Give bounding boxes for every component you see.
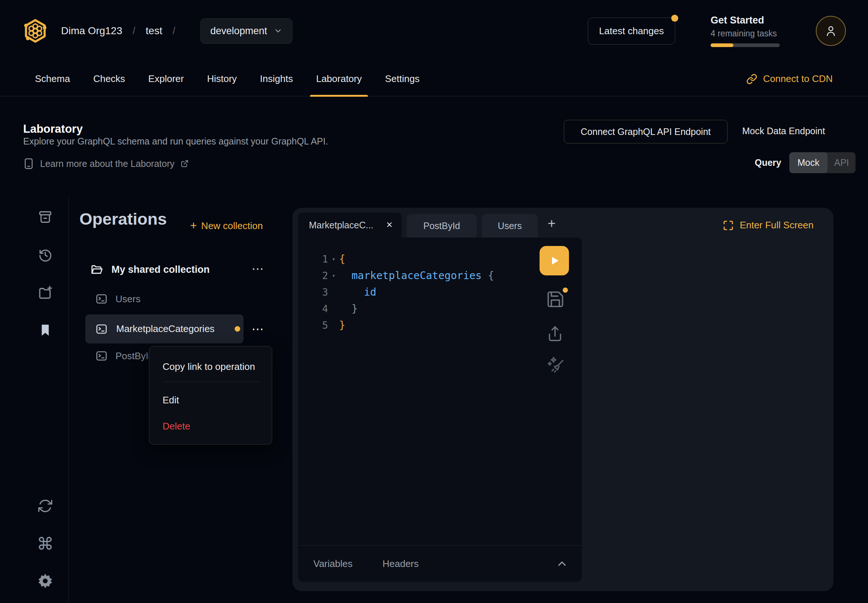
operations-title: Operations [79,210,167,229]
line-number: 5 [303,320,328,331]
code-line: 2 ▾ marketplaceCategories { [303,267,534,284]
prettify-button[interactable] [546,355,566,376]
operation-label: Users [116,294,141,305]
menu-item-delete[interactable]: Delete [162,421,190,432]
code-line: 4 } [303,300,534,317]
mock-data-endpoint-link[interactable]: Mock Data Endpoint [742,126,825,136]
collections-rail-button[interactable] [37,209,53,226]
query-code: 1 ▾ { 2 ▾ marketplaceCategories { 3 id 4 [303,251,534,334]
line-number: 1 [303,254,328,265]
hive-logo-icon[interactable] [22,17,48,45]
tab-schema[interactable]: Schema [35,62,70,96]
archive-box-icon [37,210,53,225]
code-token: } [339,303,358,315]
user-avatar[interactable] [816,16,846,46]
code-token: { [339,253,345,265]
code-token: } [339,319,345,331]
environment-selector-label: development [210,25,268,37]
command-icon: ⌘ [37,535,54,552]
editor-tab-label: Users [498,221,521,231]
settings-rail-button[interactable] [37,573,53,589]
connect-endpoint-button[interactable]: Connect GraphQL API Endpoint [564,120,727,144]
link-icon [746,74,757,85]
latest-changes-button[interactable]: Latest changes [588,18,675,45]
operation-item-users[interactable]: Users [95,292,141,306]
app-screen: Dima Org123 / test / development Latest … [0,0,868,603]
latest-changes-label: Latest changes [599,25,664,36]
history-rail-button[interactable] [37,247,53,263]
tab-checks[interactable]: Checks [93,62,125,96]
tab-insights[interactable]: Insights [260,62,293,96]
line-number: 4 [303,303,328,314]
collapse-panel-button[interactable] [556,557,568,570]
unsaved-changes-dot [235,326,240,332]
operation-label: MarketplaceCategories [116,323,214,335]
folder-open-icon [90,263,103,277]
upload-icon [546,325,564,343]
collection-header[interactable]: My shared collection [90,263,210,277]
add-tab-button[interactable]: + [548,216,556,231]
tab-explorer[interactable]: Explorer [148,62,184,96]
new-folder-rail-button[interactable] [37,284,53,301]
line-number: 3 [303,286,328,298]
close-tab-icon[interactable]: ✕ [386,220,393,230]
fold-icon[interactable]: ▾ [328,255,339,263]
enter-fullscreen-label: Enter Full Screen [740,220,814,231]
book-icon [23,158,34,170]
variables-tab[interactable]: Variables [313,558,352,569]
gear-icon [37,572,54,589]
save-operation-button[interactable] [546,290,565,309]
menu-item-edit[interactable]: Edit [162,394,179,406]
editor-tab-label: PostById [423,221,460,231]
page-description: Explore your GraphQL schema and run quer… [23,136,328,147]
editor-tab-users[interactable]: Users [482,214,538,238]
enter-fullscreen-button[interactable]: Enter Full Screen [723,220,814,231]
query-label: Query [755,158,781,168]
new-collection-label: New collection [201,220,263,232]
toggle-option-api[interactable]: API [828,152,856,173]
code-token: { [482,269,494,281]
breadcrumb-project[interactable]: test [145,25,162,37]
get-started-progress-fill [710,43,733,47]
operation-item-marketplacecategories[interactable]: MarketplaceCategories [85,314,243,343]
external-link-icon [181,159,189,168]
refresh-rail-button[interactable] [37,498,53,514]
main-nav: Schema Checks Explorer History Insights … [0,62,868,96]
connect-to-cdn-link[interactable]: Connect to CDN [746,73,833,85]
run-query-button[interactable] [540,246,569,275]
operation-item-postbyid[interactable]: PostById [95,349,154,363]
query-editor[interactable]: 1 ▾ { 2 ▾ marketplaceCategories { 3 id 4 [298,238,582,582]
query-target-toggle: Mock API [789,152,856,173]
tab-laboratory[interactable]: Laboratory [316,62,362,96]
share-operation-button[interactable] [546,325,564,343]
fullscreen-icon [723,220,734,231]
operation-menu-button[interactable]: ⋯ [252,323,265,335]
notification-dot [671,15,678,22]
code-line: 5 } [303,317,534,334]
refresh-icon [37,498,53,514]
tab-history[interactable]: History [207,62,237,96]
person-icon [824,24,837,37]
new-collection-button[interactable]: + New collection [190,219,263,232]
breadcrumb-separator: / [133,25,136,37]
learn-more-link[interactable]: Learn more about the Laboratory [23,158,189,170]
toggle-option-mock[interactable]: Mock [789,152,828,173]
environment-selector[interactable]: development [200,19,293,44]
line-number: 2 [303,270,328,281]
shortcuts-rail-button[interactable]: ⌘ [37,536,53,552]
tab-settings[interactable]: Settings [385,62,420,96]
history-icon [37,247,53,263]
editor-tab-postbyid[interactable]: PostById [407,214,477,238]
menu-item-copy-link[interactable]: Copy link to operation [162,361,255,373]
operation-icon [95,349,108,363]
fold-icon[interactable]: ▾ [328,272,339,279]
get-started-title: Get Started [710,15,780,26]
code-line: 1 ▾ { [303,251,534,267]
collection-menu-button[interactable]: ⋯ [252,263,265,275]
editor-tab-marketplacec[interactable]: MarketplaceC... ✕ [298,212,402,238]
headers-tab[interactable]: Headers [382,558,419,569]
bookmarks-rail-button[interactable] [37,322,53,338]
broom-sparkle-icon [546,355,566,376]
get-started-widget[interactable]: Get Started 4 remaining tasks [710,15,780,47]
breadcrumb-org[interactable]: Dima Org123 [61,25,122,37]
